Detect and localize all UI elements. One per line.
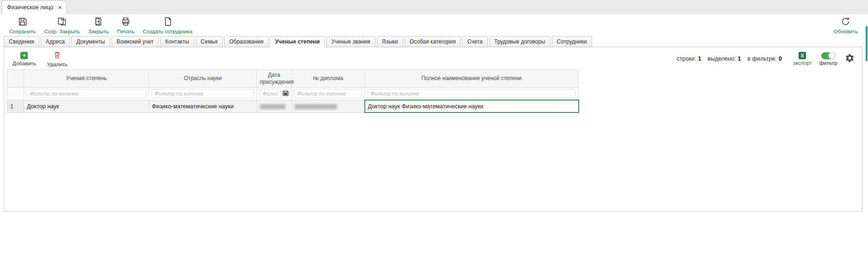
calendar-icon: [282, 90, 289, 98]
in-filter-count-value: 0: [779, 56, 782, 62]
export-excel-button[interactable]: X экспорт: [793, 52, 812, 66]
tab-trudovye-dogovory[interactable]: Трудовые договоры: [489, 36, 550, 47]
column-header-science-branch[interactable]: Отрасль науки: [149, 70, 257, 87]
save-button-label: Сохранить: [9, 29, 36, 34]
tab-dokumenty[interactable]: Документы: [71, 36, 110, 47]
rows-count-value: 1: [698, 56, 701, 62]
create-employee-button-label: Создать сотрудника: [143, 29, 193, 34]
add-icon: +: [20, 52, 28, 59]
diploma-number-cell[interactable]: [292, 100, 365, 112]
filter-input-award-date[interactable]: [259, 89, 281, 98]
full-name-cell-selected[interactable]: Доктор наук Физико-математические науки: [365, 100, 579, 112]
document-tab-title: Физическое лицо: [7, 4, 53, 11]
add-button-label: Добавить: [12, 61, 36, 66]
close-doc-icon: [94, 17, 103, 28]
document-tab-person[interactable]: Физическое лицо ×: [2, 0, 67, 14]
table-filter-row: [7, 87, 579, 100]
vertical-scrollbar[interactable]: [866, 14, 868, 268]
calendar-button[interactable]: [282, 90, 289, 98]
refresh-button[interactable]: Обновить: [830, 16, 862, 35]
filter-input-diploma-number[interactable]: [294, 89, 362, 98]
close-button[interactable]: Закрыть: [85, 16, 112, 35]
tab-voinskiy-uchet[interactable]: Воинский учет: [112, 36, 159, 47]
print-icon: [121, 17, 131, 28]
degrees-table: Ученая степень Отрасль науки Дата присуж…: [7, 69, 579, 113]
in-filter-count: в фильтре: 0: [748, 56, 782, 62]
tab-yazyki[interactable]: Языки: [377, 36, 403, 47]
filter-cell-degree: [24, 87, 149, 100]
print-button[interactable]: Печать: [113, 16, 138, 35]
save-icon: [18, 17, 27, 28]
excel-icon: X: [799, 52, 806, 59]
create-employee-icon: [163, 17, 173, 28]
filter-input-science-branch[interactable]: [151, 89, 254, 98]
delete-button-label: Удалить: [47, 62, 68, 67]
column-header-full-name[interactable]: Полное наименование ученой степени: [365, 70, 579, 87]
save-close-button-label: Сохр. Закрыть: [44, 29, 80, 34]
filter-toggle-label: фильтр: [819, 60, 837, 66]
filter-cell-empty: [7, 87, 24, 100]
tab-uchenye-stepeni[interactable]: Ученые степени: [270, 36, 325, 47]
award-date-cell[interactable]: [257, 100, 292, 112]
add-button[interactable]: + Добавить: [7, 51, 42, 67]
main-toolbar: Сохранить Сохр. Закрыть Закрыть Печать С…: [0, 14, 868, 36]
in-filter-count-label: в фильтре:: [748, 56, 777, 62]
column-header-award-date[interactable]: Дата присуждения: [257, 70, 292, 87]
degree-cell[interactable]: Доктор наук: [24, 100, 149, 112]
filter-cell-science-branch: [149, 87, 257, 100]
science-branch-cell[interactable]: Физико-математические науки: [149, 100, 257, 112]
filter-toggle[interactable]: [821, 52, 835, 59]
refresh-button-label: Обновить: [834, 29, 858, 34]
trash-icon: [53, 51, 61, 60]
rows-count-label: строки:: [677, 56, 696, 62]
table-row[interactable]: 1 Доктор наук Физико-математические наук…: [7, 100, 579, 112]
save-close-button[interactable]: Сохр. Закрыть: [40, 16, 83, 35]
column-header-degree[interactable]: Ученая степень: [24, 70, 149, 87]
save-button[interactable]: Сохранить: [6, 16, 39, 35]
filter-cell-award-date: [257, 87, 292, 100]
filter-cell-diploma-number: [292, 87, 365, 100]
redacted-diploma-number: [294, 104, 337, 109]
filter-input-full-name[interactable]: [367, 89, 576, 98]
grid-toolbar-right: строки: 1 выделено: 1 в фильтре: 0 X экс…: [677, 52, 855, 66]
gear-icon: [845, 53, 855, 64]
close-icon[interactable]: ×: [58, 4, 62, 11]
grid-toolbar: + Добавить Удалить строки: 1 выделено: 1…: [4, 47, 862, 69]
grid-stats: строки: 1 выделено: 1 в фильтре: 0: [677, 56, 782, 62]
delete-button[interactable]: Удалить: [42, 50, 73, 68]
tab-semya[interactable]: Семья: [196, 36, 223, 47]
tab-osobaya-kategoriya[interactable]: Особая категория: [405, 36, 461, 47]
export-label: экспорт: [793, 60, 812, 66]
print-button-label: Печать: [117, 29, 135, 34]
filter-cell-full-name: [365, 87, 579, 100]
tab-uchenye-zvaniya[interactable]: Ученые звания: [326, 36, 375, 47]
tab-scheta[interactable]: Счета: [462, 36, 487, 47]
row-number-cell: 1: [7, 100, 24, 112]
redacted-award-date: [260, 104, 286, 109]
settings-button[interactable]: [845, 53, 855, 64]
document-tabbar: Физическое лицо ×: [0, 0, 868, 14]
row-number-header: [7, 70, 24, 87]
selected-count-value: 1: [738, 56, 741, 62]
selected-count: выделено: 1: [708, 56, 741, 62]
tab-svedeniya[interactable]: Сведения: [4, 36, 39, 47]
filter-toggle-block: фильтр: [819, 52, 837, 66]
tab-obrazovanie[interactable]: Образование: [224, 36, 269, 47]
column-header-diploma-number[interactable]: № диплома: [292, 70, 365, 87]
refresh-icon: [841, 17, 850, 28]
page-tabs: Сведения Адреса Документы Воинский учет …: [0, 36, 868, 47]
tab-content-panel: + Добавить Удалить строки: 1 выделено: 1…: [4, 47, 862, 212]
table-header-row: Ученая степень Отрасль науки Дата присуж…: [7, 70, 579, 87]
rows-count: строки: 1: [677, 56, 701, 62]
filter-input-degree[interactable]: [26, 89, 146, 98]
tab-sotrudniki[interactable]: Сотрудники: [552, 36, 592, 47]
selected-count-label: выделено:: [708, 56, 736, 62]
filter-toggle-knob: [828, 52, 836, 59]
close-button-label: Закрыть: [88, 29, 109, 34]
save-close-icon: [57, 17, 67, 28]
create-employee-button[interactable]: Создать сотрудника: [139, 16, 196, 35]
tab-kontakty[interactable]: Контакты: [160, 36, 194, 47]
tab-adresa[interactable]: Адреса: [41, 36, 70, 47]
